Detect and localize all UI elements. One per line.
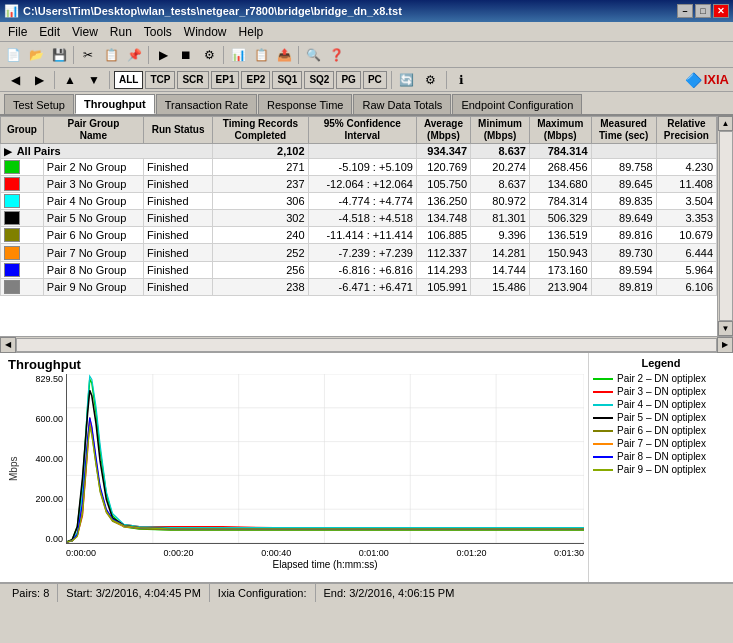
pair-color-icon — [4, 177, 20, 191]
run-button[interactable]: ▶ — [152, 44, 174, 66]
pair-color-icon — [4, 211, 20, 225]
tab-response-time[interactable]: Response Time — [258, 94, 352, 114]
window-controls[interactable]: – □ ✕ — [677, 4, 729, 18]
table-vscroll[interactable]: ▲ ▼ — [717, 116, 733, 336]
all-pairs-avg: 934.347 — [416, 144, 470, 159]
chart-button[interactable]: 📊 — [227, 44, 249, 66]
proto-sq1[interactable]: SQ1 — [272, 71, 302, 89]
title-bar: 📊 C:\Users\Tim\Desktop\wlan_tests\netgea… — [0, 0, 733, 22]
cell-max: 213.904 — [529, 278, 591, 295]
menu-help[interactable]: Help — [233, 22, 270, 41]
config-button[interactable]: ⚙ — [198, 44, 220, 66]
save-button[interactable]: 💾 — [48, 44, 70, 66]
legend-line-4 — [593, 430, 613, 432]
cell-pair-num — [1, 227, 44, 244]
hscroll-track[interactable] — [16, 338, 717, 352]
proto-ep2[interactable]: EP2 — [241, 71, 270, 89]
legend-item: Pair 5 – DN optiplex — [593, 412, 729, 423]
proto-back[interactable]: ◀ — [4, 69, 26, 91]
chart-legend: Legend Pair 2 – DN optiplex Pair 3 – DN … — [588, 353, 733, 582]
cell-avg: 105.750 — [416, 176, 470, 193]
chart-title: Throughput — [8, 357, 584, 372]
table-button[interactable]: 📋 — [250, 44, 272, 66]
col-run-status: Run Status — [143, 117, 212, 144]
cut-button[interactable]: ✂ — [77, 44, 99, 66]
y-ticks: 829.50 600.00 400.00 200.00 0.00 — [28, 374, 66, 564]
vscroll-track[interactable] — [719, 131, 733, 321]
cell-time: 89.835 — [591, 193, 656, 210]
close-button[interactable]: ✕ — [713, 4, 729, 18]
tab-transaction-rate[interactable]: Transaction Rate — [156, 94, 257, 114]
hscroll-right[interactable]: ▶ — [717, 337, 733, 353]
proto-all[interactable]: ALL — [114, 71, 143, 89]
cell-records: 238 — [213, 278, 308, 295]
open-button[interactable]: 📂 — [25, 44, 47, 66]
proto-scr[interactable]: SCR — [177, 71, 208, 89]
paste-button[interactable]: 📌 — [123, 44, 145, 66]
info-button[interactable]: ℹ — [451, 69, 473, 91]
cell-ci: -6.471 : +6.471 — [308, 278, 416, 295]
col-pair-group-name: Pair GroupName — [43, 117, 143, 144]
cell-status: Finished — [143, 176, 212, 193]
zoom-in-button[interactable]: 🔍 — [302, 44, 324, 66]
tab-throughput[interactable]: Throughput — [75, 94, 155, 114]
legend-label-6: Pair 8 – DN optiplex — [617, 451, 706, 462]
vscroll-down[interactable]: ▼ — [718, 321, 733, 336]
cell-ci: -11.414 : +11.414 — [308, 227, 416, 244]
menu-view[interactable]: View — [66, 22, 104, 41]
cell-records: 306 — [213, 193, 308, 210]
cell-rp: 5.964 — [656, 261, 716, 278]
proto-sq2[interactable]: SQ2 — [304, 71, 334, 89]
menu-tools[interactable]: Tools — [138, 22, 178, 41]
menu-run[interactable]: Run — [104, 22, 138, 41]
cell-pair-name: Pair 4 No Group — [43, 193, 143, 210]
cell-avg: 136.250 — [416, 193, 470, 210]
cell-min: 80.972 — [471, 193, 530, 210]
menu-window[interactable]: Window — [178, 22, 233, 41]
cell-pair-num — [1, 210, 44, 227]
all-pairs-label: ▶ 2,102 All Pairs — [1, 144, 213, 159]
hscroll-left[interactable]: ◀ — [0, 337, 16, 353]
x-tick-5: 0:01:30 — [554, 548, 584, 558]
proto-up[interactable]: ▲ — [59, 69, 81, 91]
data-table-container[interactable]: Group Pair GroupName Run Status Timing R… — [0, 116, 717, 336]
legend-line-7 — [593, 469, 613, 471]
tab-test-setup[interactable]: Test Setup — [4, 94, 74, 114]
tab-raw-data[interactable]: Raw Data Totals — [353, 94, 451, 114]
settings-button[interactable]: ⚙ — [420, 69, 442, 91]
proto-down[interactable]: ▼ — [83, 69, 105, 91]
maximize-button[interactable]: □ — [695, 4, 711, 18]
menu-edit[interactable]: Edit — [33, 22, 66, 41]
cell-min: 15.486 — [471, 278, 530, 295]
col-rp: RelativePrecision — [656, 117, 716, 144]
table-row: Pair 6 No Group Finished 240 -11.414 : +… — [1, 227, 717, 244]
new-button[interactable]: 📄 — [2, 44, 24, 66]
refresh-button[interactable]: 🔄 — [396, 69, 418, 91]
chart-main: Throughput Mbps 829.50 600.00 400.00 200… — [0, 353, 588, 582]
table-hscroll[interactable]: ◀ ▶ — [0, 336, 733, 352]
cell-rp: 6.444 — [656, 244, 716, 261]
stop-button[interactable]: ⏹ — [175, 44, 197, 66]
proto-fwd[interactable]: ▶ — [28, 69, 50, 91]
table-row: Pair 5 No Group Finished 302 -4.518 : +4… — [1, 210, 717, 227]
x-ticks: 0:00:00 0:00:20 0:00:40 0:01:00 0:01:20 … — [66, 548, 584, 558]
copy-button[interactable]: 📋 — [100, 44, 122, 66]
proto-pg[interactable]: PG — [336, 71, 360, 89]
legend-line-6 — [593, 456, 613, 458]
legend-label-7: Pair 9 – DN optiplex — [617, 464, 706, 475]
proto-ep1[interactable]: EP1 — [211, 71, 240, 89]
tab-endpoint-config[interactable]: Endpoint Configuration — [452, 94, 582, 114]
table-row: Pair 7 No Group Finished 252 -7.239 : +7… — [1, 244, 717, 261]
help2-button[interactable]: ❓ — [325, 44, 347, 66]
proto-pc[interactable]: PC — [363, 71, 387, 89]
minimize-button[interactable]: – — [677, 4, 693, 18]
vscroll-up[interactable]: ▲ — [718, 116, 733, 131]
export-button[interactable]: 📤 — [273, 44, 295, 66]
legend-item: Pair 7 – DN optiplex — [593, 438, 729, 449]
cell-status: Finished — [143, 210, 212, 227]
chart-svg-wrapper: Mbps 829.50 600.00 400.00 200.00 0.00 — [8, 374, 584, 564]
sep-1 — [73, 46, 74, 64]
menu-file[interactable]: File — [2, 22, 33, 41]
proto-tcp[interactable]: TCP — [145, 71, 175, 89]
legend-label-0: Pair 2 – DN optiplex — [617, 373, 706, 384]
